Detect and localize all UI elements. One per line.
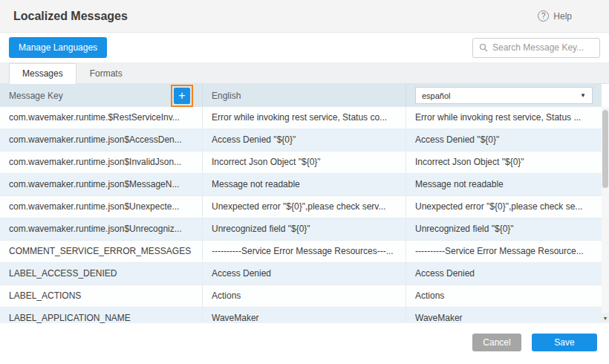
cell-localized[interactable]: Error while invoking rest service, Statu… bbox=[406, 107, 602, 129]
table-header: Message Key + English español ▼ bbox=[0, 84, 602, 107]
table-row[interactable]: com.wavemaker.runtime.$RestServiceInv...… bbox=[0, 107, 602, 129]
cell-localized[interactable]: Unexpected error "${0}",please check se.… bbox=[406, 196, 602, 218]
cell-english[interactable]: WaveMaker bbox=[203, 308, 406, 323]
tab-bar: Messages Formats bbox=[0, 62, 609, 84]
search-icon bbox=[479, 43, 488, 52]
save-button[interactable]: Save bbox=[532, 334, 597, 351]
dialog-footer: Cancel Save bbox=[0, 323, 609, 364]
cell-english[interactable]: ----------Service Error Message Resource… bbox=[203, 241, 406, 262]
help-icon: ? bbox=[538, 10, 549, 22]
help-link[interactable]: ? Help bbox=[538, 10, 572, 22]
add-button-highlight: + bbox=[171, 85, 193, 107]
table-row[interactable]: com.wavemaker.runtime.json$Unrecogniz...… bbox=[0, 218, 602, 241]
table-body: com.wavemaker.runtime.$RestServiceInv...… bbox=[0, 107, 602, 323]
cell-english[interactable]: Error while invoking rest service, Statu… bbox=[203, 107, 406, 129]
dialog-header: Localized Messages ? Help bbox=[0, 0, 609, 33]
page-title: Localized Messages bbox=[13, 10, 128, 23]
cell-message-key: LABEL_APPLICATION_NAME bbox=[0, 308, 203, 323]
cell-localized[interactable]: WaveMaker bbox=[406, 308, 602, 323]
cell-english[interactable]: Incorrect Json Object "${0}" bbox=[203, 152, 406, 173]
cell-message-key: com.wavemaker.runtime.json$InvalidJson..… bbox=[0, 152, 203, 173]
table-row[interactable]: COMMENT_SERVICE_ERROR_MESSAGES ---------… bbox=[0, 241, 602, 263]
tab-formats[interactable]: Formats bbox=[76, 63, 136, 83]
tab-messages[interactable]: Messages bbox=[9, 63, 76, 84]
column-header-english: English bbox=[203, 84, 406, 107]
cancel-button[interactable]: Cancel bbox=[472, 334, 521, 351]
column-header-message-key: Message Key + bbox=[0, 84, 203, 107]
cell-message-key: com.wavemaker.runtime.json$Unrecogniz... bbox=[0, 218, 203, 240]
cell-localized[interactable]: Access Denied "${0}" bbox=[406, 129, 602, 151]
table-row[interactable]: com.wavemaker.runtime.json$InvalidJson..… bbox=[0, 152, 602, 174]
scrollbar-thumb[interactable] bbox=[602, 110, 608, 188]
table-row[interactable]: LABEL_APPLICATION_NAME WaveMaker WaveMak… bbox=[0, 308, 602, 323]
table-row[interactable]: com.wavemaker.runtime.json$AccessDen... … bbox=[0, 129, 602, 152]
language-select[interactable]: español ▼ bbox=[415, 87, 593, 104]
cell-localized[interactable]: Incorrect Json Object "${0}" bbox=[406, 152, 602, 173]
chevron-down-icon: ▼ bbox=[580, 92, 586, 99]
column-header-language: español ▼ bbox=[406, 84, 602, 107]
search-box[interactable] bbox=[472, 38, 600, 58]
table-scrollbar[interactable]: ▼ bbox=[602, 107, 609, 323]
cell-english[interactable]: Access Denied "${0}" bbox=[203, 129, 406, 151]
table-row[interactable]: LABEL_ACCESS_DENIED Access Denied Access… bbox=[0, 263, 602, 285]
localized-messages-dialog: Localized Messages ? Help Manage Languag… bbox=[0, 0, 609, 364]
cell-english[interactable]: Actions bbox=[203, 285, 406, 307]
messages-table: Message Key + English español ▼ com.wave… bbox=[0, 84, 609, 323]
cell-english[interactable]: Unrecognized field "${0}" bbox=[203, 218, 406, 240]
cell-localized[interactable]: Actions bbox=[406, 285, 602, 307]
cell-message-key: com.wavemaker.runtime.json$MessageN... bbox=[0, 174, 203, 195]
add-message-key-button[interactable]: + bbox=[174, 88, 190, 104]
scrollbar-down-arrow-icon[interactable]: ▼ bbox=[602, 313, 609, 323]
cell-message-key: LABEL_ACTIONS bbox=[0, 285, 203, 307]
cell-localized[interactable]: Access Denied bbox=[406, 263, 602, 285]
column-header-message-key-label: Message Key bbox=[9, 91, 63, 101]
cell-localized[interactable]: ----------Service Error Message Resource… bbox=[406, 241, 602, 262]
manage-languages-button[interactable]: Manage Languages bbox=[9, 37, 107, 58]
cell-message-key: COMMENT_SERVICE_ERROR_MESSAGES bbox=[0, 241, 203, 262]
search-input[interactable] bbox=[492, 42, 593, 53]
cell-english[interactable]: Access Denied bbox=[203, 263, 406, 285]
toolbar: Manage Languages bbox=[0, 33, 609, 62]
table-row[interactable]: LABEL_ACTIONS Actions Actions bbox=[0, 285, 602, 308]
cell-localized[interactable]: Unrecognized field "${0}" bbox=[406, 218, 602, 240]
cell-localized[interactable]: Message not readable bbox=[406, 174, 602, 195]
help-label: Help bbox=[553, 11, 572, 22]
cell-message-key: LABEL_ACCESS_DENIED bbox=[0, 263, 203, 285]
table-row[interactable]: com.wavemaker.runtime.json$MessageN... M… bbox=[0, 174, 602, 196]
cell-english[interactable]: Message not readable bbox=[203, 174, 406, 195]
cell-message-key: com.wavemaker.runtime.$RestServiceInv... bbox=[0, 107, 203, 129]
cell-english[interactable]: Unexpected error "${0}",please check ser… bbox=[203, 196, 406, 218]
table-row[interactable]: com.wavemaker.runtime.json$Unexpecte... … bbox=[0, 196, 602, 218]
cell-message-key: com.wavemaker.runtime.json$Unexpecte... bbox=[0, 196, 203, 218]
cell-message-key: com.wavemaker.runtime.json$AccessDen... bbox=[0, 129, 203, 151]
language-select-value: español bbox=[422, 91, 451, 100]
